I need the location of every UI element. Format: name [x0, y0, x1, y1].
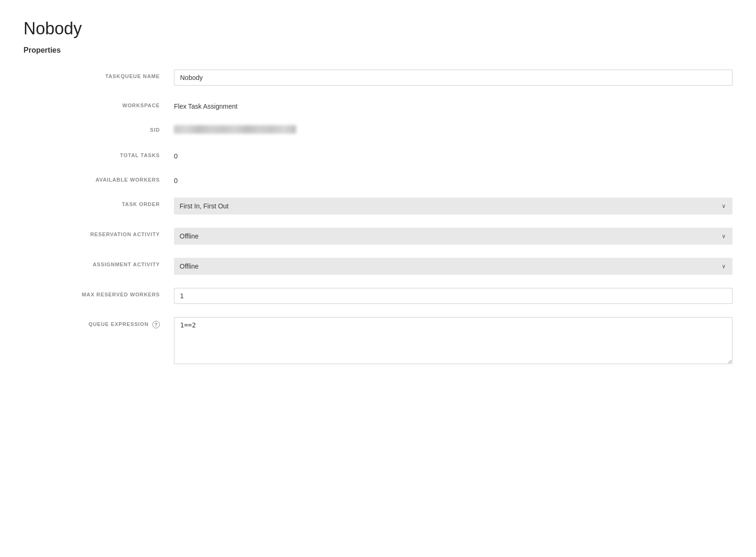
sid-label: SID	[24, 123, 174, 133]
available-workers-text: 0	[174, 173, 732, 184]
total-tasks-label: TOTAL TASKS	[24, 149, 174, 158]
total-tasks-row: TOTAL TASKS 0	[24, 149, 732, 160]
assignment-activity-row: ASSIGNMENT ACTIVITY Offline Online Busy …	[24, 258, 732, 275]
max-reserved-workers-value	[174, 288, 732, 304]
total-tasks-value: 0	[174, 149, 732, 160]
queue-expression-textarea[interactable]: 1==2	[174, 317, 732, 364]
max-reserved-workers-row: MAX RESERVED WORKERS	[24, 288, 732, 304]
assignment-activity-select-wrapper: Offline Online Busy ∨	[174, 258, 732, 275]
reservation-activity-select[interactable]: Offline Online Busy	[174, 228, 732, 245]
taskqueue-name-row: TASKQUEUE NAME	[24, 70, 732, 86]
workspace-value: Flex Task Assignment	[174, 99, 732, 110]
reservation-activity-value: Offline Online Busy ∨	[174, 228, 732, 245]
queue-expression-value: 1==2	[174, 317, 732, 366]
assignment-activity-select[interactable]: Offline Online Busy	[174, 258, 732, 275]
taskqueue-name-value	[174, 70, 732, 86]
queue-expression-label: QUEUE EXPRESSION ?	[24, 317, 174, 328]
reservation-activity-label: RESERVATION ACTIVITY	[24, 228, 174, 237]
total-tasks-text: 0	[174, 149, 732, 160]
task-order-select-wrapper: First In, First Out Last In, First Out P…	[174, 198, 732, 215]
queue-expression-help-icon[interactable]: ?	[152, 321, 160, 328]
available-workers-label: AVAILABLE WORKERS	[24, 173, 174, 183]
sid-value	[174, 123, 732, 135]
task-order-label: TASK ORDER	[24, 198, 174, 207]
task-order-row: TASK ORDER First In, First Out Last In, …	[24, 198, 732, 215]
page-title: Nobody	[24, 19, 732, 39]
sid-row: SID	[24, 123, 732, 135]
workspace-row: WORKSPACE Flex Task Assignment	[24, 99, 732, 110]
workspace-text: Flex Task Assignment	[174, 99, 732, 110]
queue-expression-textarea-wrapper: 1==2	[174, 317, 732, 366]
properties-form: TASKQUEUE NAME WORKSPACE Flex Task Assig…	[24, 70, 732, 366]
task-order-value: First In, First Out Last In, First Out P…	[174, 198, 732, 215]
assignment-activity-value: Offline Online Busy ∨	[174, 258, 732, 275]
section-title: Properties	[24, 46, 732, 55]
reservation-activity-select-wrapper: Offline Online Busy ∨	[174, 228, 732, 245]
available-workers-row: AVAILABLE WORKERS 0	[24, 173, 732, 184]
reservation-activity-row: RESERVATION ACTIVITY Offline Online Busy…	[24, 228, 732, 245]
assignment-activity-label: ASSIGNMENT ACTIVITY	[24, 258, 174, 267]
taskqueue-name-input[interactable]	[174, 70, 732, 86]
task-order-select[interactable]: First In, First Out Last In, First Out P…	[174, 198, 732, 215]
max-reserved-workers-input[interactable]	[174, 288, 732, 304]
sid-blurred	[174, 125, 296, 134]
available-workers-value: 0	[174, 173, 732, 184]
workspace-label: WORKSPACE	[24, 99, 174, 108]
taskqueue-name-label: TASKQUEUE NAME	[24, 70, 174, 79]
max-reserved-workers-label: MAX RESERVED WORKERS	[24, 288, 174, 297]
queue-expression-row: QUEUE EXPRESSION ? 1==2	[24, 317, 732, 366]
